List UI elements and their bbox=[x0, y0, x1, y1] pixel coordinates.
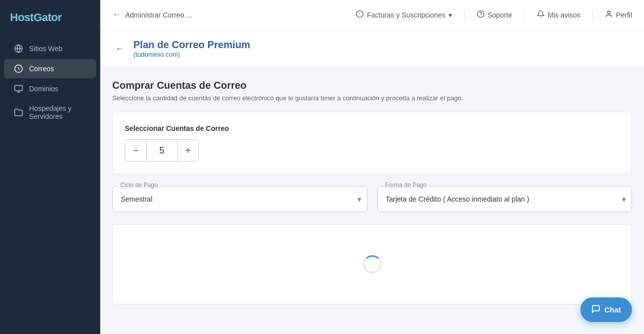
chat-label: Chat bbox=[604, 305, 621, 314]
topnav-back-button[interactable]: ← Administrar Correo ... bbox=[112, 10, 192, 20]
billing-label: Facturas y Suscripciones bbox=[367, 11, 445, 19]
sidebar-nav: Sitios Web Correos Dominios Hospedajes y… bbox=[0, 35, 100, 129]
sidebar: HostGator Sitios Web Correos Dominios Ho… bbox=[0, 0, 100, 334]
logo-text: HostGator bbox=[10, 11, 62, 24]
billing-button[interactable]: Facturas y Suscripciones ▾ bbox=[356, 10, 452, 20]
payment-cycle-group: Ciclo de Pago Semestral Mensual Anual ▾ bbox=[112, 186, 367, 212]
page-subtitle: (tudominio.com) bbox=[133, 51, 250, 58]
page-header-card: ← Plan de Correo Premium (tudominio.com) bbox=[100, 30, 644, 68]
sidebar-item-hospedajes[interactable]: Hospedajes yServidores bbox=[4, 99, 96, 125]
sidebar-item-correos[interactable]: Correos bbox=[4, 59, 96, 78]
app-logo: HostGator bbox=[0, 0, 100, 35]
svg-point-11 bbox=[607, 11, 610, 14]
dropdowns-row: Ciclo de Pago Semestral Mensual Anual ▾ … bbox=[112, 186, 632, 212]
support-label: Soporte bbox=[488, 11, 512, 19]
loading-card bbox=[112, 224, 632, 304]
counter-value: 5 bbox=[147, 139, 177, 161]
sidebar-item-label: Sitios Web bbox=[29, 45, 63, 53]
payment-method-select[interactable]: Tarjeta de Crédito ( Acceso inmediato al… bbox=[377, 186, 632, 212]
chat-icon bbox=[591, 304, 600, 315]
payment-method-group: Forma de Pago Tarjeta de Crédito ( Acces… bbox=[377, 186, 632, 212]
globe-icon bbox=[14, 44, 23, 53]
section-desc: Seleccione la cantidad de cuentas de cor… bbox=[112, 94, 632, 102]
notifications-button[interactable]: Mis avisos bbox=[537, 10, 580, 20]
profile-button[interactable]: Perfil bbox=[605, 10, 632, 20]
counter-control: − 5 + bbox=[125, 139, 619, 161]
support-button[interactable]: Soporte bbox=[477, 10, 512, 20]
page-header-text: Plan de Correo Premium (tudominio.com) bbox=[133, 39, 250, 58]
payment-cycle-select[interactable]: Semestral Mensual Anual bbox=[112, 186, 367, 212]
main-content: ← Administrar Correo ... Facturas y Susc… bbox=[100, 0, 644, 334]
payment-cycle-label: Ciclo de Pago bbox=[118, 182, 160, 189]
section-title: Comprar Cuentas de Correo bbox=[112, 80, 632, 91]
page-back-arrow-icon: ← bbox=[115, 44, 124, 54]
profile-label: Perfil bbox=[616, 11, 632, 19]
content-area: ← Plan de Correo Premium (tudominio.com)… bbox=[100, 30, 644, 334]
back-arrow-icon: ← bbox=[112, 10, 121, 20]
dollar-icon bbox=[356, 10, 364, 20]
page-title: Plan de Correo Premium bbox=[133, 39, 250, 51]
page-back-button[interactable]: ← bbox=[112, 41, 127, 56]
counter-label: Seleccionar Cuentas de Correo bbox=[125, 124, 619, 132]
sidebar-item-label: Correos bbox=[29, 65, 54, 73]
chat-button[interactable]: Chat bbox=[580, 297, 632, 322]
loading-spinner bbox=[363, 255, 381, 273]
topnav-title: Administrar Correo ... bbox=[125, 11, 192, 19]
sidebar-item-sitios-web[interactable]: Sitios Web bbox=[4, 39, 96, 58]
counter-card: Seleccionar Cuentas de Correo − 5 + bbox=[112, 112, 632, 174]
decrement-button[interactable]: − bbox=[125, 139, 147, 161]
bell-icon bbox=[537, 10, 545, 20]
folder-icon bbox=[14, 108, 23, 117]
topnav-items: Facturas y Suscripciones ▾ Soporte Mis a… bbox=[356, 10, 632, 20]
sidebar-item-label: Dominios bbox=[29, 85, 58, 93]
svg-rect-3 bbox=[15, 85, 23, 91]
payment-method-label: Forma de Pago bbox=[383, 182, 429, 189]
topnav: ← Administrar Correo ... Facturas y Susc… bbox=[100, 0, 644, 30]
sidebar-item-dominios[interactable]: Dominios bbox=[4, 79, 96, 98]
monitor-icon bbox=[14, 84, 23, 93]
question-icon bbox=[477, 10, 485, 20]
notifications-label: Mis avisos bbox=[548, 11, 580, 19]
sidebar-item-label: Hospedajes yServidores bbox=[29, 104, 72, 120]
email-icon bbox=[14, 64, 23, 73]
increment-button[interactable]: + bbox=[177, 139, 199, 161]
user-icon bbox=[605, 10, 613, 20]
billing-chevron-icon: ▾ bbox=[449, 11, 452, 19]
